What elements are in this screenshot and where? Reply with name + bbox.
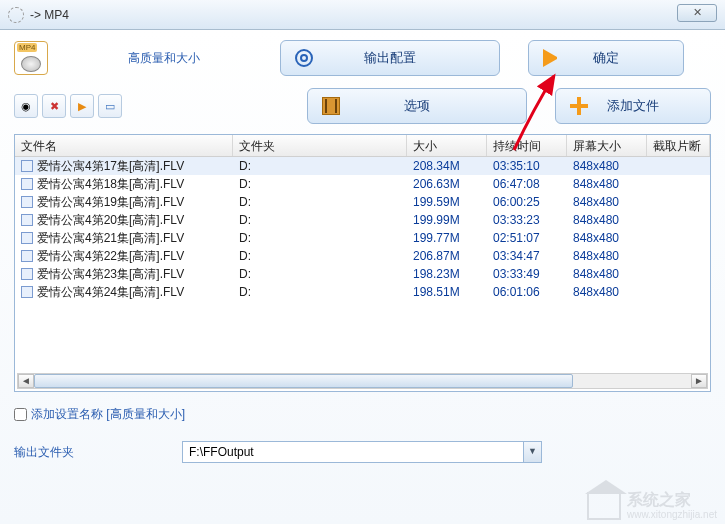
scroll-right-icon[interactable]: ►	[691, 374, 707, 388]
file-icon	[21, 268, 33, 280]
cell-filename: 爱情公寓4第18集[高清].FLV	[37, 176, 184, 193]
col-screen[interactable]: 屏幕大小	[567, 135, 647, 156]
cell-filename: 爱情公寓4第23集[高清].FLV	[37, 266, 184, 283]
tool-window-icon[interactable]: ▭	[98, 94, 122, 118]
add-file-button[interactable]: 添加文件	[555, 88, 711, 124]
cell-size: 208.34M	[407, 158, 487, 174]
output-folder-value: F:\FFOutput	[189, 445, 254, 459]
output-config-label: 输出配置	[364, 49, 416, 67]
table-row[interactable]: 爱情公寓4第21集[高清].FLVD:199.77M02:51:07848x48…	[15, 229, 710, 247]
table-row[interactable]: 爱情公寓4第23集[高清].FLVD:198.23M03:33:49848x48…	[15, 265, 710, 283]
plus-icon	[570, 97, 588, 115]
quality-label: 高质量和大小	[128, 50, 200, 67]
cell-clip	[647, 291, 710, 293]
cell-resolution: 848x480	[567, 212, 647, 228]
table-row[interactable]: 爱情公寓4第18集[高清].FLVD:206.63M06:47:08848x48…	[15, 175, 710, 193]
film-icon	[322, 97, 340, 115]
cell-clip	[647, 255, 710, 257]
cell-resolution: 848x480	[567, 248, 647, 264]
file-icon	[21, 214, 33, 226]
cell-folder: D:	[233, 248, 407, 264]
col-filename[interactable]: 文件名	[15, 135, 233, 156]
cell-size: 206.63M	[407, 176, 487, 192]
cell-duration: 06:01:06	[487, 284, 567, 300]
cell-resolution: 848x480	[567, 230, 647, 246]
small-toolbar: ◉ ✖ ▶ ▭	[14, 94, 122, 118]
confirm-button[interactable]: 确定	[528, 40, 684, 76]
cell-folder: D:	[233, 266, 407, 282]
window-title: -> MP4	[30, 8, 69, 22]
file-icon	[21, 250, 33, 262]
cell-duration: 06:00:25	[487, 194, 567, 210]
table-header: 文件名 文件夹 大小 持续时间 屏幕大小 截取片断	[15, 135, 710, 157]
col-clip[interactable]: 截取片断	[647, 135, 710, 156]
add-settings-name-label: 添加设置名称 [高质量和大小]	[31, 406, 185, 423]
cell-duration: 03:33:23	[487, 212, 567, 228]
output-config-button[interactable]: 输出配置	[280, 40, 500, 76]
col-folder[interactable]: 文件夹	[233, 135, 407, 156]
titlebar: -> MP4 ✕	[0, 0, 725, 30]
cell-size: 199.59M	[407, 194, 487, 210]
cell-clip	[647, 219, 710, 221]
cell-clip	[647, 273, 710, 275]
close-button[interactable]: ✕	[677, 4, 717, 22]
cell-clip	[647, 237, 710, 239]
chevron-down-icon[interactable]: ▼	[523, 442, 541, 462]
cell-filename: 爱情公寓4第22集[高清].FLV	[37, 248, 184, 265]
cell-folder: D:	[233, 158, 407, 174]
table-row[interactable]: 爱情公寓4第19集[高清].FLVD:199.59M06:00:25848x48…	[15, 193, 710, 211]
tool-delete-icon[interactable]: ✖	[42, 94, 66, 118]
cell-size: 206.87M	[407, 248, 487, 264]
table-body: 爱情公寓4第17集[高清].FLVD:208.34M03:35:10848x48…	[15, 157, 710, 301]
scroll-left-icon[interactable]: ◄	[18, 374, 34, 388]
cell-duration: 03:35:10	[487, 158, 567, 174]
watermark-line2: www.xitongzhijia.net	[627, 509, 717, 520]
file-icon	[21, 232, 33, 244]
output-folder-combo[interactable]: F:\FFOutput ▼	[182, 441, 542, 463]
table-row[interactable]: 爱情公寓4第17集[高清].FLVD:208.34M03:35:10848x48…	[15, 157, 710, 175]
cell-resolution: 848x480	[567, 176, 647, 192]
file-icon	[21, 160, 33, 172]
cell-clip	[647, 165, 710, 167]
cell-folder: D:	[233, 212, 407, 228]
cell-filename: 爱情公寓4第19集[高清].FLV	[37, 194, 184, 211]
cell-resolution: 848x480	[567, 194, 647, 210]
col-duration[interactable]: 持续时间	[487, 135, 567, 156]
cell-clip	[647, 183, 710, 185]
cell-folder: D:	[233, 230, 407, 246]
cell-duration: 03:34:47	[487, 248, 567, 264]
add-file-label: 添加文件	[607, 97, 659, 115]
file-icon	[21, 196, 33, 208]
add-settings-name-checkbox[interactable]	[14, 408, 27, 421]
mp4-badge-icon	[14, 41, 48, 75]
options-button[interactable]: 选项	[307, 88, 527, 124]
col-size[interactable]: 大小	[407, 135, 487, 156]
cell-filename: 爱情公寓4第24集[高清].FLV	[37, 284, 184, 301]
tool-disc-icon[interactable]: ◉	[14, 94, 38, 118]
scroll-thumb[interactable]	[34, 374, 573, 388]
cell-resolution: 848x480	[567, 158, 647, 174]
file-table: 文件名 文件夹 大小 持续时间 屏幕大小 截取片断 爱情公寓4第17集[高清].…	[14, 134, 711, 392]
cell-resolution: 848x480	[567, 284, 647, 300]
cell-filename: 爱情公寓4第17集[高清].FLV	[37, 158, 184, 175]
house-icon	[587, 492, 621, 520]
tool-play-icon[interactable]: ▶	[70, 94, 94, 118]
table-row[interactable]: 爱情公寓4第20集[高清].FLVD:199.99M03:33:23848x48…	[15, 211, 710, 229]
cell-duration: 02:51:07	[487, 230, 567, 246]
options-label: 选项	[404, 97, 430, 115]
cell-size: 198.23M	[407, 266, 487, 282]
cell-duration: 06:47:08	[487, 176, 567, 192]
cell-size: 199.99M	[407, 212, 487, 228]
table-row[interactable]: 爱情公寓4第22集[高清].FLVD:206.87M03:34:47848x48…	[15, 247, 710, 265]
horizontal-scrollbar[interactable]: ◄ ►	[17, 373, 708, 389]
file-icon	[21, 178, 33, 190]
cell-folder: D:	[233, 176, 407, 192]
watermark-line1: 系统之家	[627, 491, 717, 509]
watermark: 系统之家 www.xitongzhijia.net	[587, 491, 717, 520]
cell-resolution: 848x480	[567, 266, 647, 282]
cell-size: 198.51M	[407, 284, 487, 300]
table-row[interactable]: 爱情公寓4第24集[高清].FLVD:198.51M06:01:06848x48…	[15, 283, 710, 301]
cell-folder: D:	[233, 194, 407, 210]
gear-icon	[295, 49, 313, 67]
cell-filename: 爱情公寓4第20集[高清].FLV	[37, 212, 184, 229]
